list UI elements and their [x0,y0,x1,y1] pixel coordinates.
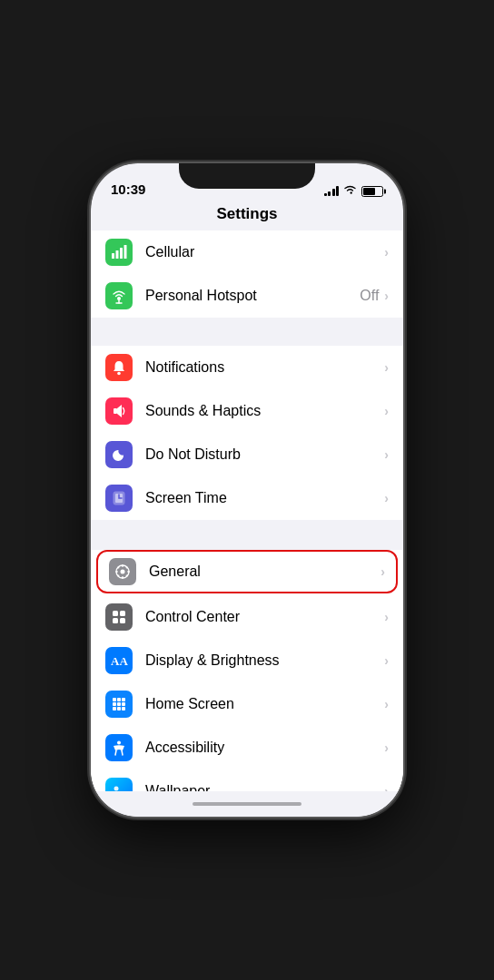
dnd-label: Do Not Disturb [145,446,384,463]
svg-rect-26 [117,698,121,701]
svg-rect-23 [120,618,125,623]
screentime-row[interactable]: Screen Time › [91,476,403,520]
svg-point-5 [117,372,121,376]
svg-rect-30 [122,702,125,706]
svg-point-12 [122,564,124,566]
svg-marker-7 [117,405,122,417]
status-time: 10:39 [111,181,145,198]
nav-bar: Settings [91,203,403,230]
display-label: Display & Brightness [145,652,384,669]
svg-point-18 [117,575,119,577]
screentime-label: Screen Time [145,490,384,506]
notifications-chevron: › [384,360,389,375]
dnd-row[interactable]: Do Not Disturb › [91,433,403,476]
general-row-wrapper: General › [91,550,403,593]
battery-icon [361,186,383,197]
wallpaper-icon [105,778,133,791]
svg-point-35 [114,787,119,791]
svg-point-17 [126,566,128,568]
accessibility-label: Accessibility [145,740,384,756]
hotspot-value: Off [360,288,379,304]
svg-rect-21 [120,611,125,616]
svg-point-19 [126,575,128,577]
cellular-label: Cellular [145,244,384,260]
general-row[interactable]: General › [96,550,398,593]
general-label: General [149,564,380,580]
svg-point-14 [115,571,117,573]
screentime-icon [105,485,133,512]
svg-rect-1 [116,250,119,259]
notifications-row[interactable]: Notifications › [91,346,403,389]
svg-rect-28 [113,702,116,706]
dnd-icon [105,441,133,468]
svg-rect-31 [113,707,116,710]
svg-rect-20 [113,611,118,616]
notch [179,163,315,189]
wallpaper-chevron: › [384,784,389,791]
hotspot-icon [105,282,133,309]
svg-rect-22 [113,618,118,623]
svg-rect-3 [124,245,127,259]
cellular-icon [105,239,133,266]
svg-point-13 [122,576,124,578]
sounds-icon [105,397,133,425]
svg-rect-2 [120,248,123,259]
svg-rect-32 [117,707,121,710]
general-chevron: › [380,564,385,579]
sounds-label: Sounds & Haptics [145,403,384,419]
home-bar-line [193,802,301,806]
cellular-row[interactable]: Cellular › [91,230,403,274]
wallpaper-row[interactable]: Wallpaper › [91,769,403,791]
signal-icon [324,186,340,196]
svg-point-34 [117,741,121,745]
cellular-chevron: › [384,245,389,260]
notifications-icon [105,354,133,381]
svg-rect-25 [113,698,116,701]
homescreen-label: Home Screen [145,696,384,712]
display-icon: AA [105,647,133,674]
controlcenter-row[interactable]: Control Center › [91,595,403,639]
svg-rect-6 [114,408,117,414]
sounds-chevron: › [384,404,389,418]
svg-text:AA: AA [111,654,128,668]
controlcenter-label: Control Center [145,609,384,625]
gap-2 [91,521,403,548]
svg-point-11 [121,570,125,574]
svg-point-15 [127,571,129,573]
general-icon [109,558,136,585]
status-icons [324,184,384,198]
notifications-section: Notifications › Sounds & Haptics › [91,346,403,520]
hotspot-row[interactable]: Personal Hotspot Off › [91,274,403,318]
accessibility-chevron: › [384,740,389,755]
settings-content[interactable]: Cellular › Personal Hotspot O [91,230,403,791]
display-chevron: › [384,653,389,668]
home-bar [91,791,403,817]
accessibility-row[interactable]: Accessibility › [91,726,403,769]
svg-rect-27 [122,698,125,701]
homescreen-icon [105,691,133,718]
wallpaper-label: Wallpaper [145,783,384,791]
svg-rect-33 [122,707,125,710]
display-row[interactable]: AA Display & Brightness › [91,639,403,682]
connectivity-section: Cellular › Personal Hotspot O [91,230,403,318]
notifications-label: Notifications [145,359,384,376]
svg-point-16 [117,566,119,568]
svg-rect-29 [117,702,121,706]
controlcenter-icon [105,603,133,631]
screen: 10:39 [91,163,403,817]
svg-rect-0 [112,253,114,259]
wifi-icon [343,184,357,198]
system-section: General › Control Center › [91,550,403,791]
accessibility-icon [105,734,133,761]
sounds-row[interactable]: Sounds & Haptics › [91,389,403,433]
hotspot-chevron: › [384,289,389,303]
controlcenter-chevron: › [384,610,389,624]
gap-1 [91,318,403,346]
homescreen-row[interactable]: Home Screen › [91,682,403,726]
homescreen-chevron: › [384,697,389,711]
phone-frame: 10:39 [91,163,403,817]
nav-title: Settings [216,205,277,222]
dnd-chevron: › [384,447,389,462]
hotspot-label: Personal Hotspot [145,288,360,304]
screentime-chevron: › [384,491,389,505]
